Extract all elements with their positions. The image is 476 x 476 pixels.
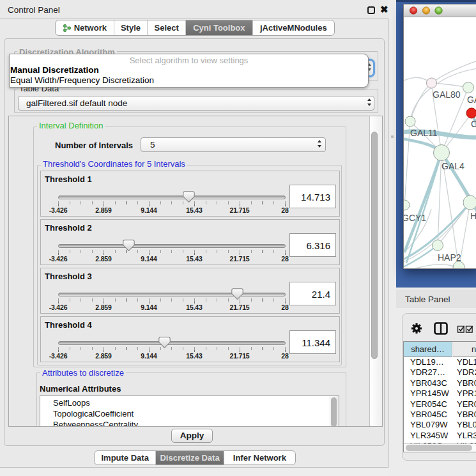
svg-text:HAP2: HAP2 bbox=[438, 252, 461, 263]
svg-text:GAL4: GAL4 bbox=[441, 161, 464, 171]
svg-text:GA: GA bbox=[467, 95, 476, 105]
svg-text:C: C bbox=[471, 119, 476, 129]
svg-text:GAL80: GAL80 bbox=[433, 89, 461, 100]
svg-text:GAL11: GAL11 bbox=[410, 128, 438, 138]
svg-text:H: H bbox=[470, 211, 476, 221]
svg-text:GCY1: GCY1 bbox=[404, 213, 426, 223]
